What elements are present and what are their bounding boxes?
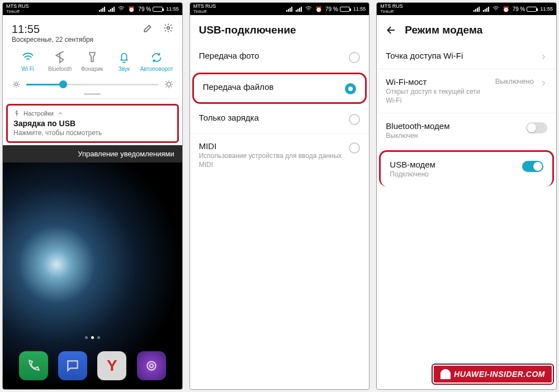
status-bar: MTS RUS Tinkoff ⏰ 79 % 11:55 (377, 3, 556, 15)
flashlight-icon (86, 51, 98, 64)
status-time: 11:55 (540, 6, 553, 12)
carrier-primary: MTS RUS (193, 4, 216, 9)
brightness-slider[interactable] (26, 84, 159, 85)
watermark-text: HUAWEI-INSIDER.COM (454, 370, 545, 379)
carrier-primary: MTS RUS (380, 4, 403, 9)
page-indicator (3, 336, 182, 339)
phone-screen-3: MTS RUS Tinkoff ⏰ 79 % 11:55 Режим модем… (376, 2, 557, 390)
qs-bluetooth[interactable]: Bluetooth (44, 51, 75, 72)
row-value: Выключено (495, 77, 534, 85)
quick-settings-panel: 11:55 Воскресенье, 22 сентября Wi Fi Blu… (6, 18, 179, 98)
dock: Y (3, 351, 182, 380)
row-photo-transfer[interactable]: Передача фото (190, 43, 369, 71)
qs-sound-label: Звук (119, 66, 130, 72)
row-label: MIDI (199, 141, 344, 151)
messages-app-icon[interactable] (58, 351, 87, 380)
row-label: Передача фото (199, 51, 344, 60)
radio-unchecked[interactable] (349, 142, 360, 154)
svg-point-0 (167, 27, 169, 30)
signal-icon-2 (483, 7, 489, 12)
chevron-up-icon (57, 110, 64, 117)
usb-charging-notification[interactable]: Настройки Зарядка по USB Нажмите, чтобы … (6, 104, 179, 143)
row-midi[interactable]: MIDI Использование устройства для ввода … (190, 133, 369, 177)
carrier-primary: MTS RUS (6, 4, 29, 9)
phone-app-icon[interactable] (19, 351, 48, 380)
qs-sound[interactable]: Звук (108, 51, 140, 72)
row-label: Передача файлов (203, 82, 340, 92)
battery-percent: 79 % (325, 6, 338, 12)
edit-icon[interactable] (143, 23, 153, 33)
panel-date: Воскресенье, 22 сентября (12, 36, 93, 44)
wifi-icon (118, 6, 125, 12)
page-title: Режим модема (405, 24, 482, 36)
signal-icon (473, 7, 480, 12)
screen-header: Режим модема (377, 15, 556, 43)
qs-flashlight-label: Фонарик (81, 66, 103, 72)
wifi-icon (492, 6, 499, 12)
qs-wifi-label: Wi Fi (21, 66, 34, 72)
panel-drag-handle[interactable] (84, 93, 101, 95)
signal-icon (99, 7, 105, 12)
status-bar: MTS RUS Tinkoff ⏰ 79 % 11:55 (190, 3, 369, 15)
svg-point-3 (147, 361, 155, 370)
home-wallpaper: Y (3, 162, 182, 389)
row-wifi-bridge[interactable]: Wi-Fi-мост Открыт доступ к текущей сети … (377, 69, 556, 113)
row-label: Только зарядка (199, 113, 344, 122)
wifi-icon (305, 6, 312, 12)
row-label: Точка доступа Wi-Fi (386, 51, 534, 60)
qs-wifi[interactable]: Wi Fi (12, 51, 44, 72)
radio-unchecked[interactable] (349, 52, 360, 63)
row-charge-only[interactable]: Только зарядка (190, 105, 369, 133)
qs-autorotate[interactable]: Автоповорот (140, 51, 173, 72)
watermark-badge: HUAWEI-INSIDER.COM (433, 365, 553, 384)
alarm-icon: ⏰ (503, 6, 509, 12)
status-time: 11:55 (166, 6, 179, 12)
row-usb-modem[interactable]: USB-модем Подключено (379, 150, 554, 187)
row-label: Bluetooth-модем (386, 121, 520, 131)
row-label: USB-модем (390, 160, 517, 169)
qs-autorotate-label: Автоповорот (140, 66, 173, 72)
brightness-low-icon (12, 80, 21, 89)
manage-notifications-link[interactable]: Управление уведомлениями (3, 145, 182, 162)
row-sublabel: Подключено (390, 170, 517, 179)
signal-icon (286, 7, 292, 12)
row-sublabel: Использование устройства для ввода данны… (199, 152, 344, 169)
row-sublabel: Открыт доступ к текущей сети Wi-Fi (386, 88, 489, 105)
radio-unchecked[interactable] (349, 114, 360, 125)
row-bluetooth-modem[interactable]: Bluetooth-модем Выключен (377, 113, 556, 149)
radio-checked[interactable] (345, 83, 356, 94)
toggle-on[interactable] (522, 161, 543, 172)
settings-gear-icon[interactable] (163, 23, 173, 33)
status-bar: MTS RUS Tinkoff ⏰ 79 % 11:55 (3, 3, 182, 15)
notif-title: Зарядка по USB (13, 119, 172, 128)
usb-icon (13, 110, 20, 117)
brightness-slider-row (12, 80, 173, 89)
rotate-icon (150, 51, 163, 64)
panel-clock: 11:55 (12, 23, 93, 36)
bell-icon (118, 51, 130, 64)
alarm-icon: ⏰ (315, 6, 322, 12)
battery-indicator: 79 % (138, 6, 163, 12)
chevron-right-icon (539, 79, 547, 87)
row-sublabel: Выключен (386, 132, 520, 141)
phone-screen-2: MTS RUS Tinkoff ⏰ 79 % 11:55 USB-подключ… (190, 2, 370, 390)
battery-indicator: 79 % (325, 6, 350, 12)
carrier-secondary: Tinkoff (380, 9, 403, 14)
carrier-secondary: Tinkoff (193, 9, 216, 14)
battery-percent: 79 % (513, 6, 525, 12)
row-file-transfer[interactable]: Передача файлов (192, 73, 367, 104)
tether-list: Точка доступа Wi-Fi Wi-Fi-мост Открыт до… (377, 43, 556, 188)
wifi-icon (22, 51, 34, 64)
toggle-off[interactable] (526, 122, 547, 133)
status-time: 11:55 (353, 6, 366, 12)
back-arrow-icon[interactable] (386, 25, 397, 36)
row-hotspot[interactable]: Точка доступа Wi-Fi (377, 43, 556, 69)
screen-header: USB-подключение (190, 15, 369, 43)
battery-indicator: 79 % (513, 6, 537, 12)
notif-subtitle: Нажмите, чтобы посмотреть (13, 129, 172, 137)
camera-app-icon[interactable] (137, 351, 166, 380)
svg-point-1 (15, 83, 17, 85)
carrier-secondary: Tinkoff (6, 9, 29, 14)
yandex-app-icon[interactable]: Y (97, 351, 126, 380)
qs-flashlight[interactable]: Фонарик (76, 51, 108, 72)
